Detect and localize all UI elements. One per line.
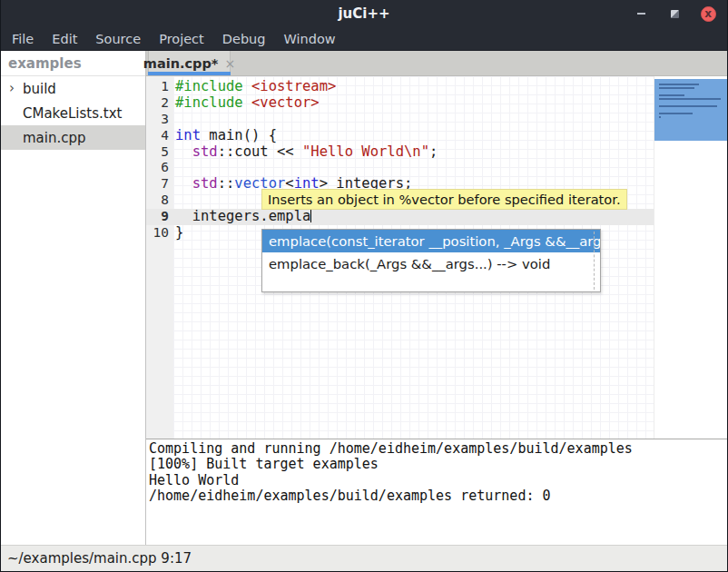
build-output-panel[interactable]: Compiling and running /home/eidheim/exam… xyxy=(146,439,727,545)
line-number: 2 xyxy=(146,95,173,112)
code-text xyxy=(173,192,175,209)
statusbar-file-position: ~/examples/main.cpp 9:17 xyxy=(7,550,192,567)
code-line[interactable]: 6 xyxy=(146,160,654,176)
minimap-line xyxy=(659,98,721,100)
tabbar: main.cpp* × xyxy=(146,51,727,76)
menu-edit[interactable]: Edit xyxy=(50,27,79,51)
code-line[interactable]: 5 std::cout << "Hello World\n"; xyxy=(146,144,654,161)
minimap-line xyxy=(659,94,684,96)
minimap-viewport[interactable] xyxy=(654,79,727,141)
minimap-line xyxy=(659,105,717,107)
output-line: /home/eidheim/examples/build/examples re… xyxy=(149,488,727,504)
juci-window: juCi++ x File Edit Source Project Debug … xyxy=(0,0,728,572)
chevron-right-icon[interactable]: › xyxy=(1,76,23,101)
file-tree-sidebar: examples › build CMakeLists.txt main.cpp xyxy=(1,51,146,545)
titlebar[interactable]: juCi++ x xyxy=(1,0,727,27)
minimap[interactable] xyxy=(654,76,727,439)
tree-item-label: main.cpp xyxy=(23,130,86,146)
tab-maincpp[interactable]: main.cpp* × xyxy=(148,51,231,75)
code-line[interactable]: 1#include <iostream> xyxy=(146,79,654,95)
restore-icon xyxy=(671,10,679,18)
tree-item-label: CMakeLists.txt xyxy=(23,105,122,122)
code-line[interactable]: 9 integers.empla xyxy=(146,209,654,225)
autocomplete-item[interactable]: emplace(const_iterator __position, _Args… xyxy=(262,230,600,252)
tree-item-cmakelists[interactable]: CMakeLists.txt xyxy=(1,101,145,125)
code-text: std::cout << "Hello World\n"; xyxy=(173,144,438,161)
line-number: 5 xyxy=(146,144,173,161)
minimap-line xyxy=(659,84,699,85)
tab-label: main.cpp* xyxy=(143,56,219,71)
project-name-header: examples xyxy=(1,51,145,76)
code-text: integers.empla xyxy=(173,209,311,225)
minimap-line xyxy=(659,87,694,89)
active-tab-indicator xyxy=(148,72,231,75)
line-number: 10 xyxy=(146,225,173,242)
window-body: examples › build CMakeLists.txt main.cpp… xyxy=(1,51,727,545)
line-number: 3 xyxy=(146,112,173,128)
code-line[interactable]: 4int main() { xyxy=(146,128,654,144)
minimap-line xyxy=(659,113,693,114)
code-line[interactable]: 2#include <vector> xyxy=(146,95,654,112)
menu-window[interactable]: Window xyxy=(281,27,337,51)
menu-source[interactable]: Source xyxy=(93,27,143,51)
code-text: #include <vector> xyxy=(173,95,320,112)
minimize-icon xyxy=(637,13,645,15)
code-line[interactable]: 3 xyxy=(146,112,654,128)
line-number: 9 xyxy=(146,209,173,225)
autocomplete-popup: emplace(const_iterator __position, _Args… xyxy=(261,229,601,292)
code-text: int main() { xyxy=(173,128,277,144)
window-title: juCi++ xyxy=(1,0,727,27)
menu-project[interactable]: Project xyxy=(157,27,206,51)
code-lines: 1#include <iostream>2#include <vector>34… xyxy=(146,79,654,242)
tree-item-build[interactable]: › build xyxy=(1,76,145,101)
menu-debug[interactable]: Debug xyxy=(221,27,268,51)
minimize-button[interactable] xyxy=(633,5,649,22)
line-number: 4 xyxy=(146,128,173,144)
menu-file[interactable]: File xyxy=(10,27,35,51)
code-text: } xyxy=(173,225,183,242)
close-button[interactable]: x xyxy=(700,5,716,22)
line-number: 1 xyxy=(146,79,173,95)
tree-item-maincpp[interactable]: main.cpp xyxy=(1,125,145,150)
output-line: Compiling and running /home/eidheim/exam… xyxy=(149,441,727,457)
minimap-line xyxy=(659,116,661,118)
main-area: main.cpp* × 1#include <iostream>2#includ… xyxy=(146,51,727,545)
statusbar: ~/examples/main.cpp 9:17 xyxy=(1,545,727,571)
code-text: #include <iostream> xyxy=(173,79,336,95)
code-editor[interactable]: 1#include <iostream>2#include <vector>34… xyxy=(146,76,727,439)
line-number: 7 xyxy=(146,176,173,192)
text-cursor xyxy=(310,209,311,222)
output-line: [100%] Built target examples xyxy=(149,457,727,472)
code-text xyxy=(173,112,175,128)
menubar: File Edit Source Project Debug Window xyxy=(1,27,727,51)
documentation-tooltip: Inserts an object in %vector before spec… xyxy=(261,189,627,210)
code-text xyxy=(173,160,175,176)
close-icon: x xyxy=(701,6,716,22)
tree-item-label: build xyxy=(23,81,56,97)
autocomplete-item[interactable]: emplace_back(_Args &&__args...) --> void xyxy=(262,252,600,275)
window-controls: x xyxy=(633,0,716,27)
output-line: Hello World xyxy=(149,473,727,488)
line-number: 6 xyxy=(146,160,173,176)
tab-close-icon[interactable]: × xyxy=(224,57,235,70)
line-number: 8 xyxy=(146,192,173,209)
restore-button[interactable] xyxy=(666,5,683,22)
